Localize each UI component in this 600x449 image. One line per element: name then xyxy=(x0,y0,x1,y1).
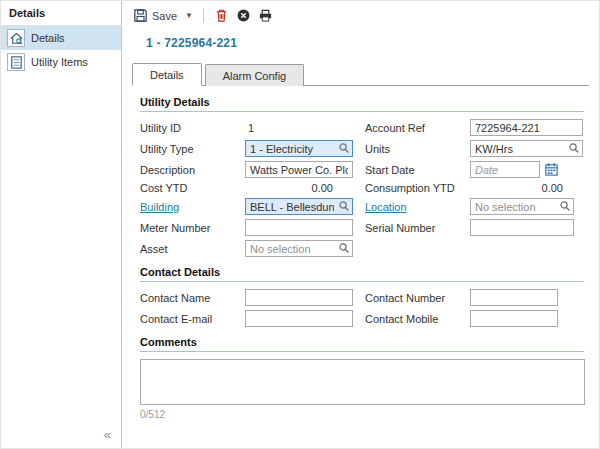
contact-mobile-label: Contact Mobile xyxy=(353,313,470,325)
asset-label: Asset xyxy=(140,243,245,255)
contact-mobile-input[interactable] xyxy=(470,310,558,327)
sidebar: Details Details Utility Items xyxy=(1,1,122,448)
building-details-icon xyxy=(7,29,25,47)
serial-number-label: Serial Number xyxy=(353,222,470,234)
print-button[interactable] xyxy=(258,8,273,23)
printer-icon xyxy=(258,8,273,23)
comments-section: Comments 0/512 xyxy=(140,336,584,420)
location-search-icon[interactable] xyxy=(559,200,571,212)
utility-type-label: Utility Type xyxy=(140,143,245,155)
tab-alarm-config-label: Alarm Config xyxy=(223,70,287,82)
consumption-ytd-label: Consumption YTD xyxy=(353,182,470,194)
utility-details-title: Utility Details xyxy=(140,96,584,112)
contact-name-input[interactable] xyxy=(245,289,353,306)
contact-email-label: Contact E-mail xyxy=(140,313,245,325)
building-search-icon[interactable] xyxy=(338,200,350,212)
trash-icon xyxy=(214,8,229,23)
utility-id-label: Utility ID xyxy=(140,122,245,134)
account-ref-input[interactable] xyxy=(470,119,583,136)
contact-details-title: Contact Details xyxy=(140,266,584,282)
sidebar-collapse-button[interactable]: « xyxy=(1,423,121,448)
account-ref-label: Account Ref xyxy=(353,122,470,134)
delete-button[interactable] xyxy=(214,8,229,23)
sidebar-header: Details xyxy=(1,1,121,26)
sidebar-item-details[interactable]: Details xyxy=(1,26,121,50)
main-area: Save ▼ xyxy=(122,1,599,448)
comments-char-counter: 0/512 xyxy=(140,409,584,420)
tab-details-label: Details xyxy=(150,69,184,81)
utility-details-section: Utility Details Utility ID 1 Account Ref… xyxy=(140,96,584,257)
save-dropdown-caret-icon[interactable]: ▼ xyxy=(184,11,193,20)
building-link[interactable]: Building xyxy=(140,201,179,213)
utility-items-list-icon xyxy=(7,53,25,71)
meter-number-label: Meter Number xyxy=(140,222,245,234)
details-panel: Utility Details Utility ID 1 Account Ref… xyxy=(122,86,599,448)
toolbar: Save ▼ xyxy=(122,1,599,26)
cancel-circle-icon xyxy=(236,8,251,23)
contact-email-input[interactable] xyxy=(245,310,353,327)
utility-id-value: 1 xyxy=(245,122,353,134)
save-button[interactable]: Save xyxy=(133,8,177,23)
contact-number-input[interactable] xyxy=(470,289,558,306)
cost-ytd-value: 0.00 xyxy=(245,182,353,194)
contact-number-label: Contact Number xyxy=(353,292,470,304)
consumption-ytd-value: 0.00 xyxy=(470,182,583,194)
calendar-button[interactable] xyxy=(543,162,560,178)
serial-number-input[interactable] xyxy=(470,219,574,236)
start-date-input[interactable] xyxy=(470,161,540,178)
save-icon xyxy=(133,8,148,23)
start-date-label: Start Date xyxy=(353,164,470,176)
app-window: Details Details Utility Items xyxy=(0,0,600,449)
utility-type-input[interactable] xyxy=(245,140,353,157)
contact-details-section: Contact Details Contact Name Contact Num… xyxy=(140,266,584,327)
asset-input[interactable] xyxy=(245,240,353,257)
building-input[interactable] xyxy=(245,198,353,215)
save-button-label: Save xyxy=(152,10,177,22)
units-input[interactable] xyxy=(470,140,583,157)
collapse-chevron-icon: « xyxy=(104,427,111,442)
utility-type-search-icon[interactable] xyxy=(338,142,350,154)
sidebar-item-utility-items-label: Utility Items xyxy=(31,56,88,68)
tab-alarm-config[interactable]: Alarm Config xyxy=(205,64,305,86)
location-link[interactable]: Location xyxy=(365,201,407,213)
tab-details[interactable]: Details xyxy=(132,63,202,86)
calendar-icon xyxy=(544,162,559,177)
cost-ytd-label: Cost YTD xyxy=(140,182,245,194)
contact-name-label: Contact Name xyxy=(140,292,245,304)
sidebar-item-details-label: Details xyxy=(31,32,65,44)
record-title: 1 - 7225964-221 xyxy=(122,26,599,50)
asset-search-icon[interactable] xyxy=(338,242,350,254)
sidebar-item-utility-items[interactable]: Utility Items xyxy=(1,50,121,74)
tab-strip: Details Alarm Config xyxy=(132,63,589,86)
description-label: Description xyxy=(140,164,245,176)
meter-number-input[interactable] xyxy=(245,219,353,236)
comments-title: Comments xyxy=(140,336,584,352)
cancel-button[interactable] xyxy=(236,8,251,23)
units-label: Units xyxy=(353,143,470,155)
units-search-icon[interactable] xyxy=(568,142,580,154)
comments-textarea[interactable] xyxy=(140,359,585,405)
toolbar-divider xyxy=(203,8,204,23)
description-input[interactable] xyxy=(245,161,353,178)
